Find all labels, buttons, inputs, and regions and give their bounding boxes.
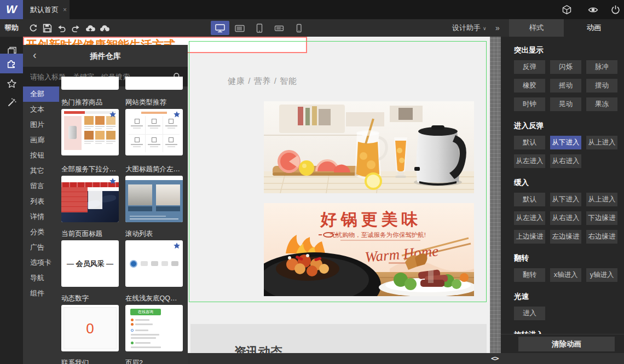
anim-button[interactable]: 翻转 — [514, 268, 545, 282]
power-icon[interactable] — [610, 5, 621, 15]
category-ad[interactable]: 广告 — [23, 240, 59, 255]
favorite-star-icon[interactable] — [173, 111, 181, 120]
favorite-star-icon[interactable] — [109, 177, 117, 187]
plugin-label: 滚动列表 — [125, 229, 183, 238]
wok-banner-photo[interactable]: 好锅更美味 无忧购物，至诚服务为你保驾护航! Warm Home — [264, 203, 474, 296]
plugin-item-big-image-slider[interactable]: 大图标题简介左右切... — [125, 165, 183, 222]
anim-button[interactable]: 右边缘进 — [586, 230, 617, 244]
anim-button[interactable]: 下边缘进 — [586, 211, 617, 225]
category-image[interactable]: 图片 — [23, 117, 59, 132]
category-tabs[interactable]: 选项卡 — [23, 255, 59, 270]
kettle-photo[interactable] — [264, 101, 474, 193]
category-classify[interactable]: 分类 — [23, 224, 59, 240]
thumb-art — [141, 112, 166, 114]
anim-button[interactable]: 从右进入 — [550, 211, 581, 225]
anim-button[interactable]: 果冻 — [586, 97, 617, 111]
category-all[interactable]: 全部 — [23, 86, 59, 102]
canvas-scrollbar[interactable] — [490, 37, 501, 353]
plugin-thumbnail[interactable]: 0 — [61, 305, 119, 351]
plugin-item-dropdown-category[interactable]: 全部服务下拉分类带... — [61, 165, 119, 222]
anim-button[interactable]: 从下进入 — [550, 193, 581, 206]
anim-button[interactable]: 脉冲 — [586, 60, 617, 74]
plugin-thumbnail[interactable] — [125, 109, 183, 155]
anim-button[interactable]: 橡胶 — [514, 79, 545, 93]
anim-button[interactable]: 从左进入 — [514, 211, 545, 225]
plugin-thumbnail[interactable] — [61, 109, 119, 155]
preview-eye-icon[interactable] — [588, 5, 599, 15]
plugin-thumbnail[interactable]: 在线咨询 — [125, 305, 183, 351]
plugin-thumbnail[interactable] — [125, 240, 183, 287]
tab-style[interactable]: 样式 — [509, 19, 564, 37]
widgets-cube-icon[interactable] — [562, 5, 573, 15]
plugin-item-contact-us[interactable]: 联系我们 — [61, 359, 119, 364]
anim-section-ease-in: 缓入 默认 从下进入 从上进入 从左进入 从右进入 下边缘进 上边缘进 左边缘进… — [514, 178, 624, 249]
plugin-thumbnail[interactable] — [125, 176, 183, 222]
help-button[interactable]: 帮助 — [4, 19, 19, 37]
anim-button[interactable]: 默认 — [514, 193, 545, 206]
anim-button[interactable]: 闪烁 — [550, 60, 581, 74]
anim-button[interactable]: 进入 — [514, 307, 545, 320]
category-nav[interactable]: 导航 — [23, 270, 59, 286]
hero-subtitle[interactable]: 健康 / 营养 / 智能 — [228, 76, 297, 86]
plugin-card-partial[interactable] — [61, 77, 119, 90]
anim-button[interactable]: 时钟 — [514, 97, 545, 111]
redo-icon[interactable] — [71, 24, 80, 33]
device-tablet-landscape-button[interactable] — [230, 21, 249, 35]
anim-button[interactable]: 从上进入 — [586, 193, 617, 206]
category-list[interactable]: 列表 — [23, 194, 59, 209]
cloud-upload-icon[interactable] — [85, 24, 95, 33]
sidebar-item-wizard[interactable] — [0, 93, 23, 112]
category-message[interactable]: 留言 — [23, 178, 59, 194]
category-gallery[interactable]: 画廊 — [23, 132, 59, 148]
device-phone-portrait-button[interactable] — [290, 21, 308, 35]
plugin-item-page-title[interactable]: 当前页面标题 — 会员风采 — — [61, 229, 119, 287]
plugin-item-dynamic-number[interactable]: 动态数字 0 — [61, 294, 119, 351]
undo-icon[interactable] — [57, 24, 66, 33]
code-view-icon[interactable]: <> — [491, 354, 499, 362]
plugin-card-partial[interactable] — [125, 77, 183, 90]
anim-button[interactable]: y轴进入 — [586, 268, 617, 282]
plugin-thumbnail[interactable] — [61, 176, 119, 222]
anim-button[interactable]: 上边缘进 — [514, 230, 545, 244]
anim-button[interactable]: 左边缘进 — [550, 230, 581, 244]
anim-button[interactable]: x轴进入 — [550, 268, 581, 282]
anim-button[interactable]: 晃动 — [550, 97, 581, 111]
app-logo[interactable]: W — [0, 0, 23, 19]
plugin-thumbnail[interactable]: — 会员风采 — — [61, 240, 119, 287]
plugin-item-qq-service[interactable]: 在线浅灰底QQ客服 在线咨询 — [125, 294, 183, 351]
plugin-item-site-types[interactable]: 网站类型推荐 — [125, 98, 183, 155]
save-icon[interactable] — [43, 24, 52, 33]
category-button[interactable]: 按钮 — [23, 148, 59, 163]
cloud-download-icon[interactable] — [100, 24, 109, 33]
sidebar-item-favorites[interactable] — [0, 74, 23, 93]
tab-animation[interactable]: 动画 — [564, 19, 624, 37]
favorite-star-icon[interactable] — [109, 111, 117, 120]
device-phone-landscape-button[interactable] — [270, 21, 288, 35]
category-components[interactable]: 组件 — [23, 286, 59, 301]
an im-button[interactable]: 默认 — [514, 136, 545, 149]
design-assistant-dropdown[interactable]: 设计助手∨ — [452, 19, 487, 37]
device-tablet-portrait-button[interactable] — [250, 21, 269, 35]
anim-button[interactable]: 反弹 — [514, 60, 545, 74]
plugin-item-hot-products[interactable]: 热门推荐商品 — [61, 98, 119, 155]
category-detail[interactable]: 详情 — [23, 209, 59, 224]
favorite-star-icon[interactable] — [173, 242, 181, 252]
anim-button[interactable]: 从右进入 — [550, 154, 581, 168]
sidebar-item-plugins[interactable] — [0, 54, 23, 73]
anim-button[interactable]: 摆动 — [586, 79, 617, 93]
category-text[interactable]: 文本 — [23, 102, 59, 117]
anim-button-active[interactable]: 从下进入 — [550, 136, 581, 149]
more-chevron-icon[interactable]: » — [495, 19, 500, 37]
plugin-item-scrolling-list[interactable]: 滚动列表 — [125, 229, 183, 287]
device-desktop-button[interactable] — [211, 21, 229, 35]
news-section[interactable]: 资讯动态 — [190, 324, 487, 353]
anim-button[interactable]: 摇动 — [550, 79, 581, 93]
page-tab[interactable]: 默认首页× — [23, 0, 70, 19]
anim-button[interactable]: 从左进入 — [514, 154, 545, 168]
refresh-icon[interactable] — [28, 24, 38, 33]
anim-button[interactable]: 从上进入 — [586, 136, 617, 149]
clear-animation-button[interactable]: 清除动画 — [518, 337, 615, 351]
category-other[interactable]: 其它 — [23, 163, 59, 178]
plugin-item-header2[interactable]: 页眉2 — [125, 359, 183, 364]
tab-close-icon[interactable]: × — [63, 6, 67, 14]
